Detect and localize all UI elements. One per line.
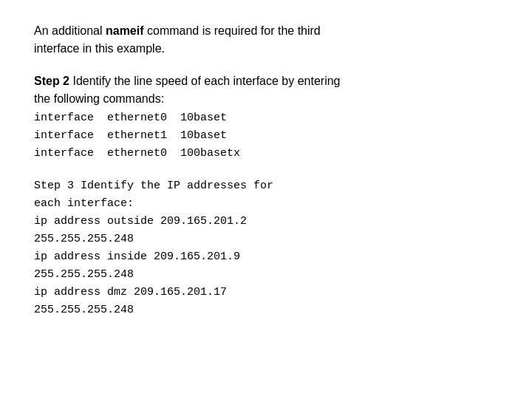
- step2-description: Identify the line speed of each interfac…: [69, 75, 340, 87]
- step2-header: Step 2 Identify the line speed of each i…: [34, 72, 498, 108]
- step2-code: interface ethernet0 10baset interface et…: [34, 109, 498, 163]
- step3-code: Step 3 Identify the IP addresses for eac…: [34, 177, 498, 319]
- intro-line2: interface in this example.: [34, 42, 165, 55]
- step2-section: Step 2 Identify the line speed of each i…: [34, 72, 498, 163]
- intro-text-suffix: command is required for the third: [144, 24, 321, 37]
- step2-code-line1: interface ethernet0 10baset interface et…: [34, 112, 240, 160]
- step3-code-lines: Step 3 Identify the IP addresses for eac…: [34, 180, 273, 316]
- nameif-keyword: nameif: [106, 24, 144, 37]
- main-content: An additional nameif command is required…: [0, 0, 532, 341]
- step2-label: Step 2: [34, 75, 69, 87]
- intro-text-prefix: An additional: [34, 24, 106, 37]
- step3-section: Step 3 Identify the IP addresses for eac…: [34, 177, 498, 319]
- step2-line2: the following commands:: [34, 92, 164, 105]
- intro-paragraph: An additional nameif command is required…: [34, 22, 498, 58]
